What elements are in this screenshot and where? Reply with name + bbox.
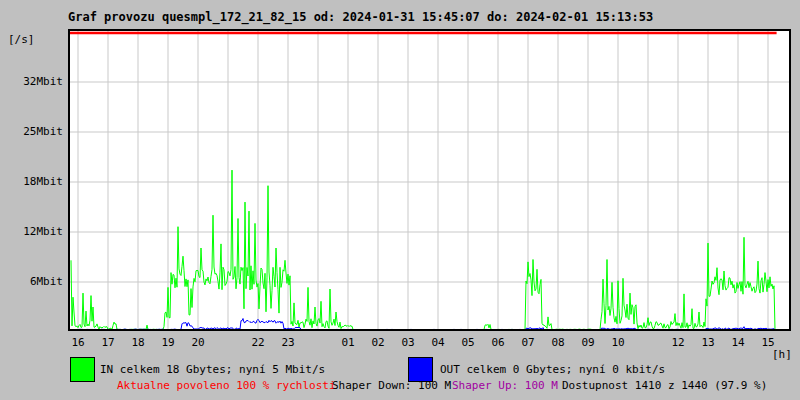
shaper-up-status: Shaper Up: 100 M [452, 379, 558, 392]
in-legend-swatch [70, 357, 95, 382]
x-tick-label: 10 [606, 336, 630, 349]
x-tick-label: 23 [276, 336, 300, 349]
x-tick-label: 12 [666, 336, 690, 349]
x-axis-unit-label: [h] [772, 348, 792, 361]
shaper-down-status: Shaper Down: 100 M [332, 379, 451, 392]
in-legend-label: IN celkem 18 Gbytes; nyní 5 Mbit/s [100, 363, 325, 376]
availability-status: Dostupnost 1410 z 1440 (97.9 %) [562, 379, 767, 392]
x-tick-label: 14 [726, 336, 750, 349]
x-tick-label: 02 [366, 336, 390, 349]
allowed-speed-status: Aktualne povoleno 100 % rychlosti [117, 379, 336, 392]
x-tick-label: 03 [396, 336, 420, 349]
y-tick-label: 6Mbit [0, 275, 65, 288]
mrtg-traffic-page: Graf provozu quesmpl_172_21_82_15 od: 20… [0, 0, 800, 400]
x-tick-label: 22 [246, 336, 270, 349]
y-tick-label: 12Mbit [0, 225, 65, 238]
y-tick-label: 32Mbit [0, 75, 65, 88]
x-tick-label: 06 [486, 336, 510, 349]
x-tick-label: 13 [696, 336, 720, 349]
x-tick-label: 17 [96, 336, 120, 349]
x-tick-label: 01 [336, 336, 360, 349]
x-tick-label: 08 [546, 336, 570, 349]
x-tick-label: 05 [456, 336, 480, 349]
x-tick-label: 18 [126, 336, 150, 349]
x-tick-label: 16 [66, 336, 90, 349]
x-tick-label: 04 [426, 336, 450, 349]
y-tick-label: 18Mbit [0, 175, 65, 188]
x-tick-label: 09 [576, 336, 600, 349]
out-legend-label: OUT celkem 0 Gbytes; nyní 0 kbit/s [440, 363, 665, 376]
x-tick-label: 07 [516, 336, 540, 349]
x-tick-label: 20 [186, 336, 210, 349]
x-tick-label: 19 [156, 336, 180, 349]
y-tick-label: 25Mbit [0, 125, 65, 138]
